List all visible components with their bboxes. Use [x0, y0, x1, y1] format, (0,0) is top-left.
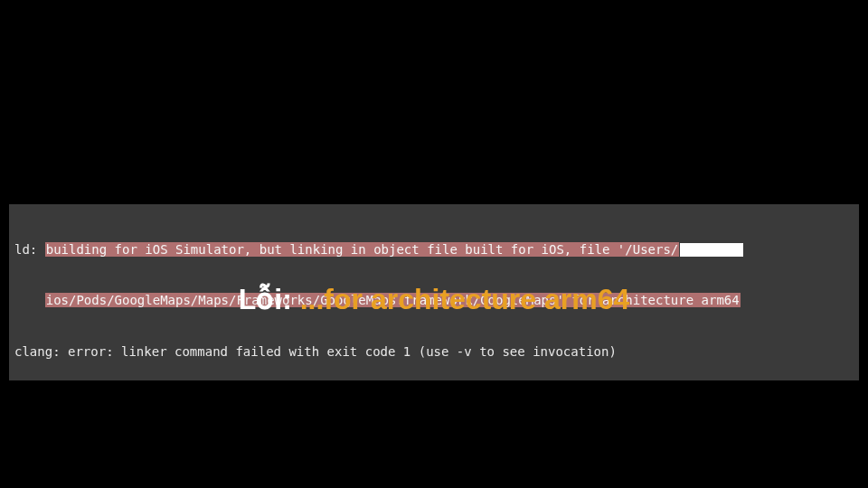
- clang-error-line: clang: error: linker command failed with…: [14, 343, 854, 361]
- ld-error-line-1: ld: building for iOS Simulator, but link…: [14, 241, 854, 258]
- highlighted-error-1: building for iOS Simulator, but linking …: [45, 242, 680, 257]
- ld-prefix: ld:: [14, 242, 45, 257]
- caption-error-text: ...for architecture arm64: [300, 283, 630, 315]
- slide-caption: Lỗi: ...for architecture arm64: [0, 282, 868, 316]
- caption-label: Lỗi:: [239, 283, 300, 315]
- redacted-username: [680, 243, 743, 257]
